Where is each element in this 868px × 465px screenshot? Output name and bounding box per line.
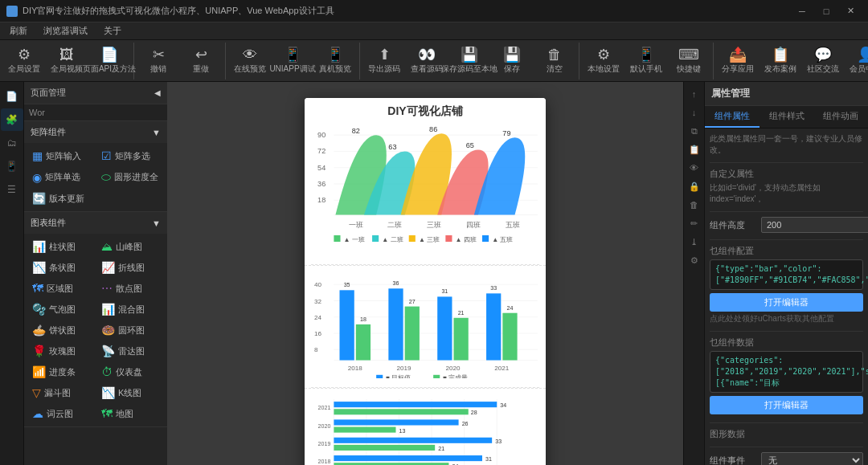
menu-browser-debug[interactable]: 浏览器调试 bbox=[40, 23, 91, 39]
map-icon: 🗺 bbox=[101, 407, 113, 420]
tb-clear[interactable]: 🗑 清空 bbox=[534, 43, 575, 80]
tb-member[interactable]: 👤 会员中心 bbox=[845, 43, 868, 80]
maximize-button[interactable]: □ bbox=[815, 4, 837, 18]
svg-text:三班: 三班 bbox=[427, 221, 441, 229]
config-label: 乜组件配置 bbox=[710, 245, 863, 257]
tb-shortcuts[interactable]: ⌨ 快捷键 bbox=[668, 43, 710, 80]
chart-collapse-icon: ▼ bbox=[152, 218, 161, 228]
nav-global-menu[interactable]: ☰ bbox=[1, 178, 23, 201]
right-lock[interactable]: 🔒 bbox=[686, 177, 703, 195]
comp-matrix-multi[interactable]: ☑ 矩阵多选 bbox=[96, 146, 164, 165]
nav-basic-components[interactable]: 🧩 bbox=[1, 108, 23, 131]
event-select[interactable]: 无 bbox=[761, 452, 863, 465]
svg-text:▲ 二班: ▲ 二班 bbox=[382, 236, 403, 243]
nav-page-mgmt[interactable]: 📄 bbox=[1, 85, 23, 108]
phone-frame: DIY可视化店铺 90 72 54 36 18 bbox=[305, 98, 546, 465]
right-copy[interactable]: ⧉ bbox=[686, 122, 703, 140]
components-panel: 页面管理 ◀ Wor 矩阵组件 ▼ ▦ 矩阵输入 bbox=[24, 82, 167, 465]
canvas-area[interactable]: DIY可视化店铺 90 72 54 36 18 bbox=[167, 82, 683, 465]
comp-version-update[interactable]: 🔄 版本更新 bbox=[27, 189, 95, 208]
svg-text:24: 24 bbox=[507, 305, 514, 312]
menu-refresh[interactable]: 刷新 bbox=[6, 23, 31, 39]
tab-component-anim[interactable]: 组件动画 bbox=[813, 106, 868, 128]
chart2-area: 40 32 24 16 8 bbox=[305, 265, 546, 387]
comp-funnel-chart[interactable]: ▽ 漏斗图 bbox=[27, 383, 95, 402]
chart-section-header[interactable]: 图表组件 ▼ bbox=[24, 212, 167, 234]
tb-save[interactable]: 💾 保存 bbox=[491, 43, 533, 80]
right-delete[interactable]: 🗑 bbox=[686, 196, 703, 214]
height-input[interactable] bbox=[761, 217, 868, 233]
tb-redo[interactable]: ↩ 重做 bbox=[180, 43, 222, 80]
comp-mountain-chart[interactable]: ⛰ 山峰图 bbox=[96, 237, 164, 256]
comp-circle-progress[interactable]: ⬭ 圆形进度全 bbox=[96, 167, 164, 187]
open-data-editor-btn[interactable]: 打开编辑器 bbox=[710, 396, 863, 414]
svg-rect-46 bbox=[388, 289, 403, 361]
comp-scatter-chart[interactable]: ⋯ 散点图 bbox=[96, 279, 164, 298]
comp-matrix-single[interactable]: ◉ 矩阵单选 bbox=[27, 167, 95, 187]
close-button[interactable]: ✕ bbox=[839, 4, 862, 18]
tb-real-preview[interactable]: 📱 真机预览 bbox=[314, 43, 356, 80]
panel-collapse-btn[interactable]: ◀ bbox=[154, 88, 161, 97]
minimize-button[interactable]: ─ bbox=[791, 4, 813, 18]
comp-gauge-chart[interactable]: ⏱ 仪表盘 bbox=[96, 362, 164, 381]
tb-share[interactable]: 📤 分享应用 bbox=[717, 43, 759, 80]
svg-text:21: 21 bbox=[458, 310, 465, 316]
tb-uniapp-debug[interactable]: 📱 UNIAPP调试 bbox=[272, 43, 313, 80]
comp-mixed-chart[interactable]: 📊 混合图 bbox=[96, 300, 164, 319]
tb-save-local[interactable]: 💾 保存源码至本地 bbox=[448, 43, 490, 80]
svg-rect-84 bbox=[334, 409, 468, 414]
comp-label: 矩阵输入 bbox=[46, 150, 81, 162]
right-arrow-down[interactable]: ↓ bbox=[686, 104, 703, 121]
right-panel-title: 属性管理 bbox=[705, 82, 868, 106]
comp-kline-chart[interactable]: 📉 K线图 bbox=[96, 383, 164, 402]
local-settings-icon: ⚙ bbox=[597, 47, 610, 62]
comp-progress-bar[interactable]: 📶 进度条 bbox=[27, 362, 95, 381]
tb-publish[interactable]: 📋 发布案例 bbox=[760, 43, 801, 80]
right-edit[interactable]: ✏ bbox=[686, 214, 703, 232]
tb-undo[interactable]: ✂ 撤销 bbox=[137, 43, 179, 80]
tb-preview[interactable]: 👁 在线预览 bbox=[229, 43, 271, 80]
comp-map-chart[interactable]: 🗺 地图 bbox=[96, 404, 164, 423]
right-eye[interactable]: 👁 bbox=[686, 159, 703, 177]
progress-icon: 📶 bbox=[32, 365, 46, 378]
comp-label: 玫瑰图 bbox=[49, 345, 76, 357]
comp-rose-chart[interactable]: 🌹 玫瑰图 bbox=[27, 341, 95, 361]
comp-bar-chart[interactable]: 📊 柱状图 bbox=[27, 237, 95, 256]
comp-donut-chart[interactable]: 🍩 圆环图 bbox=[96, 320, 164, 340]
svg-rect-86 bbox=[334, 420, 458, 426]
svg-text:▲ 五班: ▲ 五班 bbox=[492, 236, 513, 243]
open-editor-btn[interactable]: 打开编辑器 bbox=[710, 293, 863, 312]
tb-global-settings[interactable]: ⚙ 全局设置 bbox=[3, 43, 45, 80]
right-scroll[interactable]: ⤓ bbox=[686, 233, 703, 251]
event-row: 组件事件 无 bbox=[710, 452, 863, 465]
comp-pie-chart[interactable]: 🥧 饼状图 bbox=[27, 320, 95, 340]
comp-label: 山峰图 bbox=[116, 241, 142, 253]
tb-default-phone[interactable]: 📱 默认手机 bbox=[625, 43, 667, 80]
comp-strip-chart[interactable]: 📉 条状图 bbox=[27, 258, 95, 277]
publish-icon: 📋 bbox=[772, 47, 789, 62]
comp-matrix-input[interactable]: ▦ 矩阵输入 bbox=[27, 146, 95, 165]
version-icon: 🔄 bbox=[32, 192, 46, 205]
comp-line-chart[interactable]: 📈 折线图 bbox=[96, 258, 164, 277]
right-paste[interactable]: 📋 bbox=[686, 141, 703, 158]
matrix-section-header[interactable]: 矩阵组件 ▼ bbox=[24, 121, 167, 143]
tab-component-props[interactable]: 组件属性 bbox=[705, 106, 760, 128]
nav-page-template[interactable]: 📱 bbox=[1, 155, 23, 177]
tb-global-video[interactable]: 🖼 全局视频 bbox=[46, 43, 88, 80]
prop-divider-6 bbox=[710, 447, 863, 447]
tb-page-api[interactable]: 📄 页面API及方法 bbox=[88, 43, 130, 80]
tb-community[interactable]: 💬 社区交流 bbox=[802, 43, 844, 80]
comp-area-chart[interactable]: 🗺 区域图 bbox=[27, 279, 95, 298]
right-arrow-up[interactable]: ↑ bbox=[686, 85, 703, 103]
tb-export[interactable]: ⬆ 导出源码 bbox=[363, 43, 405, 80]
chart-data-section: 图形数据 bbox=[710, 428, 863, 440]
right-gear[interactable]: ⚙ bbox=[686, 251, 703, 269]
tb-local-settings[interactable]: ⚙ 本地设置 bbox=[583, 43, 624, 80]
tab-component-style[interactable]: 组件样式 bbox=[760, 106, 814, 128]
comp-radar-chart[interactable]: 📡 雷达图 bbox=[96, 341, 164, 361]
svg-text:18: 18 bbox=[317, 196, 326, 204]
comp-wordcloud-chart[interactable]: ☁ 词云图 bbox=[27, 404, 95, 423]
comp-bubble-chart[interactable]: 🫧 气泡图 bbox=[27, 300, 95, 319]
menu-about[interactable]: 关于 bbox=[100, 23, 125, 39]
nav-component-template[interactable]: 🗂 bbox=[1, 132, 23, 154]
